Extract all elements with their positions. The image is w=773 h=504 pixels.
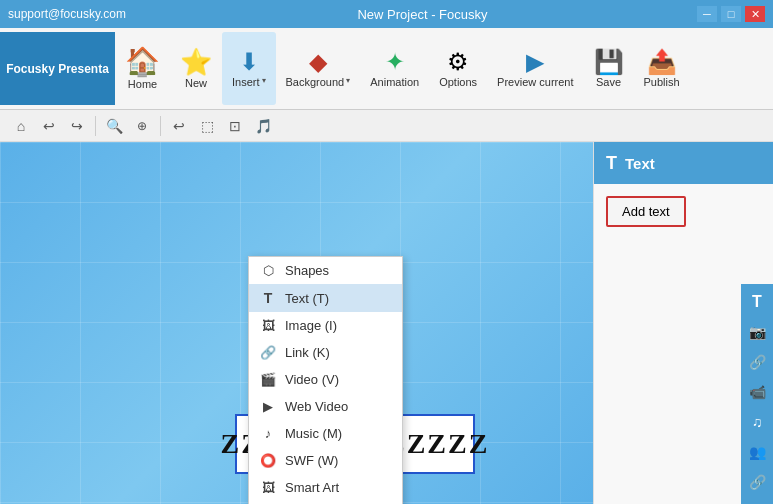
ribbon-preview[interactable]: ▶ Preview current	[487, 32, 583, 105]
panel-icon-group[interactable]: 👥	[743, 438, 771, 466]
home-label: Home	[128, 78, 157, 90]
zoom-out-button[interactable]: 🔍	[101, 113, 127, 139]
panel-icon-text[interactable]: T	[743, 288, 771, 316]
title-bar: support@focusky.com New Project - Focusk…	[0, 0, 773, 28]
smart-art-icon: 🖼	[259, 480, 277, 495]
preview-label: Preview current	[497, 76, 573, 88]
video-label: Video (V)	[285, 372, 339, 387]
link-icon: 🔗	[259, 345, 277, 360]
menu-item-image[interactable]: 🖼 Image (I)	[249, 312, 402, 339]
animation-icon: ✦	[385, 50, 405, 74]
menu-item-link[interactable]: 🔗 Link (K)	[249, 339, 402, 366]
music-icon: ♪	[259, 426, 277, 441]
preview-icon: ▶	[526, 50, 544, 74]
music-label: Music (M)	[285, 426, 342, 441]
add-text-button[interactable]: Add text	[606, 196, 686, 227]
ribbon-new[interactable]: ⭐ New	[170, 32, 222, 105]
menu-item-smart-art[interactable]: 🖼 Smart Art	[249, 474, 402, 501]
media-button[interactable]: 🎵	[250, 113, 276, 139]
ribbon-animation[interactable]: ✦ Animation	[360, 32, 429, 105]
new-label: New	[185, 77, 207, 89]
image-label: Image (I)	[285, 318, 337, 333]
new-icon: ⭐	[180, 49, 212, 75]
flip-button[interactable]: ⬚	[194, 113, 220, 139]
right-panel: T Text Add text T 📷 🔗 📹 ♫ 👥 🔗 ✈ ⚡ 📄 ⬛	[593, 142, 773, 504]
menu-item-text[interactable]: T Text (T)	[249, 284, 402, 312]
minimize-button[interactable]: ─	[697, 6, 717, 22]
background-label: Background	[286, 76, 345, 88]
ribbon-home[interactable]: 🏠 Home	[115, 32, 170, 105]
ribbon-publish[interactable]: 📤 Publish	[634, 32, 690, 105]
panel-icon-plane[interactable]: ✈	[743, 498, 771, 504]
insert-label-group: Insert ▾	[232, 74, 266, 88]
shapes-label: Shapes	[285, 263, 329, 278]
nav-forward-button[interactable]: ↪	[64, 113, 90, 139]
shapes-icon: ⬡	[259, 263, 277, 278]
swf-label: SWF (W)	[285, 453, 338, 468]
save-icon: 💾	[594, 50, 624, 74]
options-icon: ⚙	[447, 50, 469, 74]
background-label-group: Background ▾	[286, 74, 351, 88]
window-controls: ─ □ ✕	[697, 6, 765, 22]
link-label: Link (K)	[285, 345, 330, 360]
video-icon: 🎬	[259, 372, 277, 387]
subribbon: ⌂ ↩ ↪ 🔍 ⊕ ↩ ⬚ ⊡ 🎵	[0, 110, 773, 142]
web-video-label: Web Video	[285, 399, 348, 414]
ribbon-insert[interactable]: ⬇ Insert ▾	[222, 32, 276, 105]
canvas[interactable]: ⬡ Shapes T Text (T) 🖼 Image (I) 🔗 Link (…	[0, 142, 593, 504]
ribbon: Focusky Presenta 🏠 Home ⭐ New ⬇ Insert ▾…	[0, 28, 773, 110]
right-panel-body: Add text	[594, 184, 773, 239]
ribbon-options[interactable]: ⚙ Options	[429, 32, 487, 105]
publish-label: Publish	[644, 76, 680, 88]
background-arrow-icon: ▾	[346, 76, 350, 85]
window-title: New Project - Focusky	[148, 7, 697, 22]
panel-icon-video[interactable]: 📹	[743, 378, 771, 406]
panel-text-icon: T	[606, 153, 617, 174]
animation-label: Animation	[370, 76, 419, 88]
swf-icon: ⭕	[259, 453, 277, 468]
panel-icon-chain[interactable]: 🔗	[743, 468, 771, 496]
menu-item-web-video[interactable]: ▶ Web Video	[249, 393, 402, 420]
menu-item-swf[interactable]: ⭕ SWF (W)	[249, 447, 402, 474]
menu-item-shapes[interactable]: ⬡ Shapes	[249, 257, 402, 284]
image-icon: 🖼	[259, 318, 277, 333]
subribbon-separator-1	[95, 116, 96, 136]
options-label: Options	[439, 76, 477, 88]
smart-art-label: Smart Art	[285, 480, 339, 495]
crop-button[interactable]: ⊡	[222, 113, 248, 139]
menu-item-video[interactable]: 🎬 Video (V)	[249, 366, 402, 393]
background-icon: ◆	[309, 50, 327, 74]
text-label: Text (T)	[285, 291, 329, 306]
ribbon-save[interactable]: 💾 Save	[584, 32, 634, 105]
rotate-button[interactable]: ↩	[166, 113, 192, 139]
panel-icon-music[interactable]: ♫	[743, 408, 771, 436]
panel-icon-image[interactable]: 📷	[743, 318, 771, 346]
panel-icon-link[interactable]: 🔗	[743, 348, 771, 376]
insert-arrow-icon: ▾	[262, 76, 266, 85]
main-area: ⬡ Shapes T Text (T) 🖼 Image (I) 🔗 Link (…	[0, 142, 773, 504]
close-button[interactable]: ✕	[745, 6, 765, 22]
right-panel-header: T Text	[594, 142, 773, 184]
text-menu-icon: T	[259, 290, 277, 306]
save-label: Save	[596, 76, 621, 88]
support-email: support@focusky.com	[8, 7, 148, 21]
insert-icon: ⬇	[239, 50, 259, 74]
menu-item-music[interactable]: ♪ Music (M)	[249, 420, 402, 447]
ribbon-background[interactable]: ◆ Background ▾	[276, 32, 361, 105]
insert-label: Insert	[232, 76, 260, 88]
subribbon-separator-2	[160, 116, 161, 136]
insert-dropdown-menu: ⬡ Shapes T Text (T) 🖼 Image (I) 🔗 Link (…	[248, 256, 403, 504]
home-icon: 🏠	[125, 48, 160, 76]
nav-home-button[interactable]: ⌂	[8, 113, 34, 139]
web-video-icon: ▶	[259, 399, 277, 414]
zoom-in-button[interactable]: ⊕	[129, 113, 155, 139]
maximize-button[interactable]: □	[721, 6, 741, 22]
app-logo: Focusky Presenta	[0, 32, 115, 105]
nav-back-button[interactable]: ↩	[36, 113, 62, 139]
panel-title: Text	[625, 155, 655, 172]
right-icon-bar: T 📷 🔗 📹 ♫ 👥 🔗 ✈ ⚡ 📄 ⬛	[741, 284, 773, 504]
publish-icon: 📤	[647, 50, 677, 74]
